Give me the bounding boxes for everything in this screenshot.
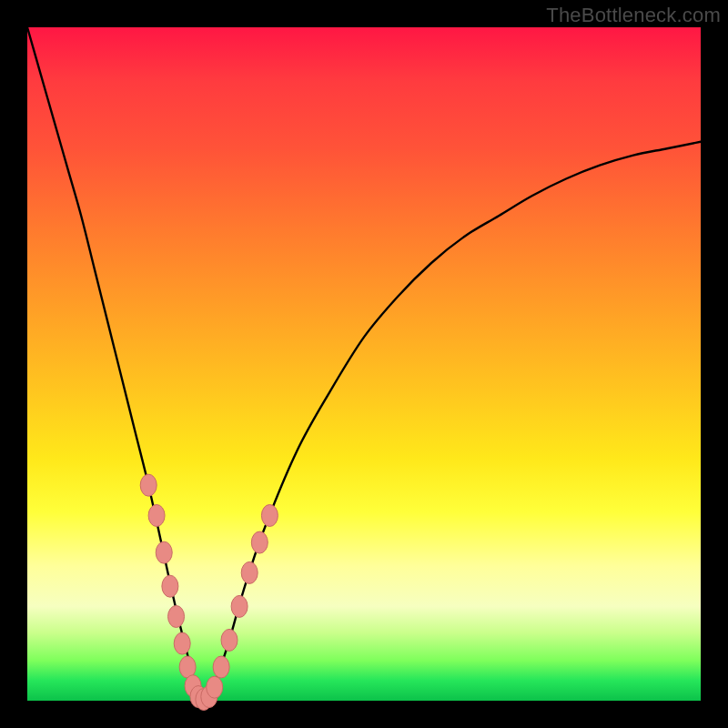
marker-point (251, 531, 268, 553)
marker-point (231, 595, 248, 617)
marker-point (213, 656, 229, 678)
marker-point (162, 575, 178, 597)
marker-group (140, 474, 278, 710)
marker-point (168, 606, 185, 628)
marker-point (148, 505, 165, 527)
marker-point (207, 676, 223, 698)
bottleneck-curve (27, 27, 701, 701)
marker-point (140, 474, 157, 496)
plot-area (27, 27, 701, 701)
marker-point (221, 629, 238, 651)
chart-svg (27, 27, 701, 701)
marker-point (261, 505, 278, 527)
marker-point (241, 561, 258, 583)
marker-point (156, 541, 172, 563)
watermark-text: TheBottleneck.com (546, 4, 721, 27)
marker-point (174, 632, 190, 654)
chart-frame: TheBottleneck.com (0, 0, 728, 728)
